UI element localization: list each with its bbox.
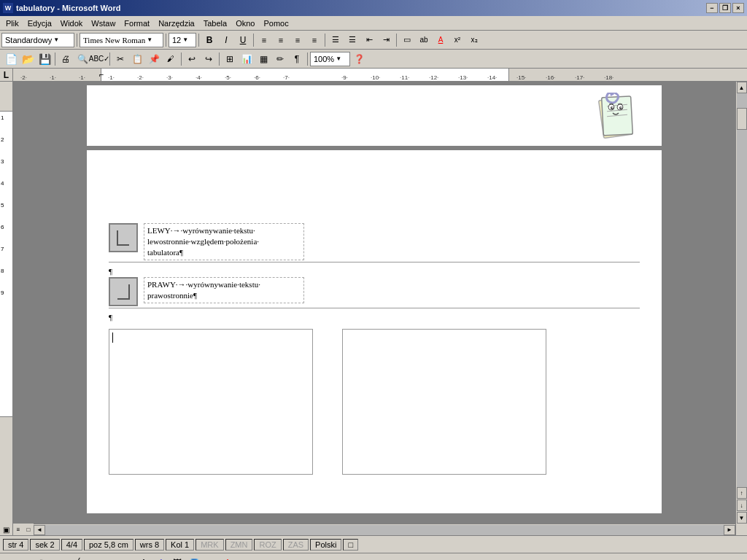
status-str: str 4 <box>3 539 28 551</box>
view-outline-btn[interactable]: ≡ <box>13 524 23 535</box>
rect-button[interactable]: □ <box>102 555 118 561</box>
shadow-button[interactable]: ◫ <box>287 555 303 561</box>
menu-widok[interactable]: Widok <box>56 18 88 29</box>
font-dropdown[interactable]: Times New Roman ▼ <box>80 33 163 47</box>
size-dropdown[interactable]: 12 ▼ <box>169 33 196 47</box>
select-button[interactable]: ↖ <box>18 555 34 561</box>
vertical-scrollbar[interactable]: ▲ ↑ ↓ ▼ <box>735 82 747 524</box>
document-page: LEWY·→·wyrównywanie·tekstu· lewostronnie… <box>86 149 662 514</box>
subscript-button[interactable]: x₂ <box>466 32 482 48</box>
main-area: 1 2 3 4 5 6 7 8 9 <box>0 82 747 524</box>
cut-button[interactable]: ✂ <box>112 51 128 67</box>
font-color-button2[interactable]: A <box>220 555 236 561</box>
style-dropdown[interactable]: Standardowy ▼ <box>1 33 74 47</box>
align-justify-button[interactable]: ≡ <box>306 32 322 48</box>
align-center-button[interactable]: ≡ <box>273 32 289 48</box>
bold-button[interactable]: B <box>201 32 217 48</box>
ellipse-button[interactable]: ○ <box>119 555 135 561</box>
menu-format[interactable]: Format <box>120 18 154 29</box>
menu-pomoc[interactable]: Pomoc <box>259 18 293 29</box>
lewy-tab-text[interactable]: LEWY·→·wyrównywanie·tekstu· lewostronnie… <box>144 223 304 260</box>
menu-tabela[interactable]: Tabela <box>199 18 231 29</box>
view-layout-btn[interactable]: □ <box>23 524 34 535</box>
minimize-button[interactable]: − <box>706 3 718 13</box>
text-box-right[interactable] <box>342 329 546 475</box>
line-button[interactable]: ╱ <box>69 555 85 561</box>
menu-edycja[interactable]: Edycja <box>23 18 56 29</box>
status-lang: Polski <box>310 539 341 551</box>
new-button[interactable]: 📄 <box>3 51 19 67</box>
view-normal-btn[interactable]: ▣ <box>0 524 13 535</box>
font-dropdown-arrow: ▼ <box>147 36 152 43</box>
wordart-button[interactable]: A <box>152 555 169 561</box>
border-button[interactable]: ▭ <box>399 32 415 48</box>
line-style-button[interactable]: — <box>236 555 252 561</box>
hscroll-right-button[interactable]: ► <box>724 525 735 535</box>
prawy-tab-text[interactable]: PRAWY·→·wyrównywanie·tekstu· prawostronn… <box>144 277 304 303</box>
horizontal-scrollbar[interactable]: ◄ ► <box>34 524 735 535</box>
arrow-button[interactable]: → <box>85 555 101 561</box>
align-left-button[interactable]: ≡ <box>256 32 272 48</box>
tab-stop-marker[interactable]: ⌐ <box>99 70 104 79</box>
lewy-line1: LEWY·→·wyrównywanie·tekstu· <box>147 226 255 235</box>
paste-button[interactable]: 📌 <box>146 51 162 67</box>
num-list-button[interactable]: ☰ <box>344 32 360 48</box>
statusbar: str 4 sek 2 4/4 poz 5,8 cm wrs 8 Kol 1 M… <box>0 535 747 553</box>
hscroll-track[interactable] <box>45 525 724 535</box>
superscript-button[interactable]: x² <box>449 32 465 48</box>
horizontal-ruler: ·2· ·1· ·1· ·1· ·2· ·3· ·4· ·5· ·6· ·7· … <box>13 69 747 82</box>
scroll-track[interactable] <box>737 93 747 487</box>
columns-button[interactable]: ▦ <box>255 51 271 67</box>
save-button[interactable]: 💾 <box>36 51 53 67</box>
close-button[interactable]: × <box>732 3 744 13</box>
sep-e <box>307 52 308 66</box>
redo-button[interactable]: ↪ <box>201 51 217 67</box>
help-button[interactable]: ❓ <box>351 51 367 67</box>
fill-color-button[interactable]: 🪣 <box>186 555 202 561</box>
insert-spreadsheet-button[interactable]: 📊 <box>239 51 255 67</box>
autoshapes-button[interactable]: Autokształty ▼ <box>52 555 68 561</box>
clipart-button[interactable]: 🖼 <box>169 555 185 561</box>
menu-wstaw[interactable]: Wstaw <box>87 18 120 29</box>
print-preview-button[interactable]: 🔍 <box>74 51 90 67</box>
3d-button[interactable]: ⬚ <box>303 555 320 561</box>
arrow-style-button[interactable]: ⇒ <box>270 555 286 561</box>
scroll-thumb[interactable] <box>737 108 747 130</box>
draw-menu-button[interactable]: Rysuj ▼ <box>1 555 18 561</box>
highlight-button[interactable]: ab <box>416 32 432 48</box>
bullet-list-button[interactable]: ☰ <box>328 32 344 48</box>
increase-indent-button[interactable]: ⇥ <box>378 32 394 48</box>
format-painter-button[interactable]: 🖌 <box>163 51 179 67</box>
scroll-page-down-button[interactable]: ↓ <box>737 499 747 511</box>
scroll-down-button[interactable]: ▼ <box>737 512 747 524</box>
copy-button[interactable]: 📋 <box>129 51 145 67</box>
showformat-button[interactable]: ¶ <box>289 51 305 67</box>
zoom-dropdown[interactable]: 100% ▼ <box>310 52 350 66</box>
ruler-container: L ·2· ·1· ·1· ·1· ·2· ·3· ·4· ·5· ·6· ·7… <box>0 69 747 82</box>
dash-style-button[interactable]: - - <box>253 555 269 561</box>
underline-button[interactable]: U <box>235 32 251 48</box>
align-right-button[interactable]: ≡ <box>290 32 306 48</box>
italic-button[interactable]: I <box>218 32 234 48</box>
open-button[interactable]: 📂 <box>20 51 36 67</box>
print-button[interactable]: 🖨 <box>58 51 74 67</box>
undo-button[interactable]: ↩ <box>184 51 200 67</box>
spellcheck-button[interactable]: ABC✓ <box>91 51 107 67</box>
tab-selector[interactable]: L <box>0 69 13 82</box>
textbox-button[interactable]: A <box>136 555 152 561</box>
menu-plik[interactable]: Plik <box>1 18 23 29</box>
restore-button[interactable]: ❐ <box>719 3 731 13</box>
scroll-page-up-button[interactable]: ↑ <box>737 487 747 499</box>
insert-table-button[interactable]: ⊞ <box>222 51 238 67</box>
style-dropdown-arrow: ▼ <box>53 36 59 43</box>
titlebar-controls[interactable]: − ❐ × <box>706 3 744 13</box>
text-box-left[interactable] <box>109 329 313 475</box>
menu-okno[interactable]: Okno <box>231 18 259 29</box>
menu-narzędzia[interactable]: Narzędzia <box>154 18 199 29</box>
drawing-button[interactable]: ✏ <box>272 51 288 67</box>
decrease-indent-button[interactable]: ⇤ <box>361 32 377 48</box>
line-color-button[interactable]: ✏ <box>203 555 219 561</box>
fontcolor-button[interactable]: A <box>433 32 449 48</box>
scroll-up-button[interactable]: ▲ <box>737 82 747 93</box>
hscroll-left-button[interactable]: ◄ <box>34 525 45 535</box>
